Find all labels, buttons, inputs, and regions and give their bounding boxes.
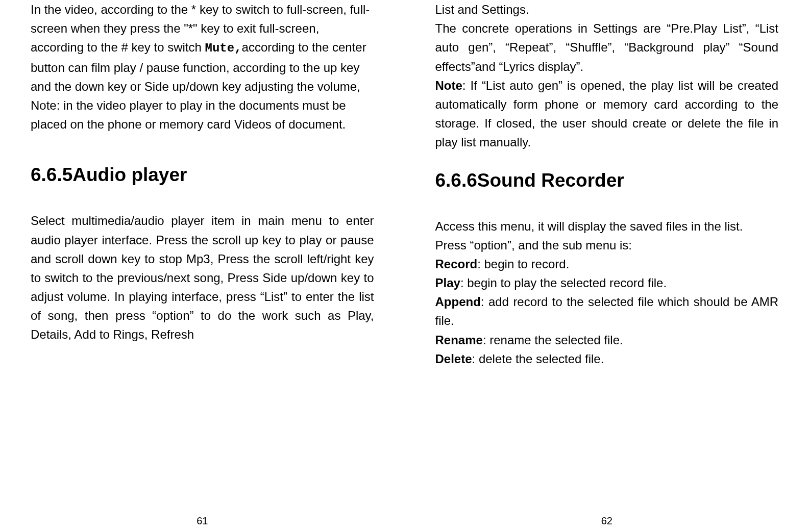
left-para-2: Select multimedia/audio player item in m… [31, 211, 374, 344]
play-line: Play: begin to play the selected record … [435, 273, 779, 292]
left-page-number: 61 [31, 508, 374, 532]
right-para-3: Note: If “List auto gen” is opened, the … [435, 76, 779, 152]
left-para-1: In the video, according to the * key to … [31, 0, 374, 134]
left-page-content: In the video, according to the * key to … [31, 0, 374, 508]
play-text: : begin to play the selected record file… [460, 276, 667, 290]
section-heading-sound-recorder: 6.6.6Sound Recorder [435, 170, 779, 191]
right-para-2: The concrete operations in Settings are … [435, 19, 779, 76]
play-label: Play [435, 276, 460, 290]
right-page-content: List and Settings. The concrete operatio… [435, 0, 779, 508]
right-para-4: Access this menu, it will display the sa… [435, 217, 779, 236]
append-line: Append: add record to the selected file … [435, 292, 779, 330]
note-label: Note [435, 79, 462, 92]
section-heading-audio-player: 6.6.5Audio player [31, 164, 374, 186]
delete-line: Delete: delete the selected file. [435, 349, 779, 368]
rename-text: : rename the selected file. [483, 333, 623, 347]
record-label: Record [435, 257, 478, 271]
right-page-number: 62 [435, 508, 779, 532]
note-text: : If “List auto gen” is opened, the play… [435, 79, 779, 149]
append-text: : add record to the selected file which … [435, 295, 779, 327]
record-text: : begin to record. [477, 257, 569, 271]
append-label: Append [435, 295, 481, 309]
rename-label: Rename [435, 333, 483, 347]
right-page: List and Settings. The concrete operatio… [405, 0, 810, 532]
delete-text: : delete the selected file. [472, 352, 604, 366]
left-para-1-mono: Mute, [205, 41, 242, 55]
right-para-5: Press “option”, and the sub menu is: [435, 236, 779, 255]
right-para-1: List and Settings. [435, 0, 779, 19]
record-line: Record: begin to record. [435, 255, 779, 273]
left-page: In the video, according to the * key to … [0, 0, 405, 532]
delete-label: Delete [435, 352, 472, 366]
rename-line: Rename: rename the selected file. [435, 331, 779, 349]
